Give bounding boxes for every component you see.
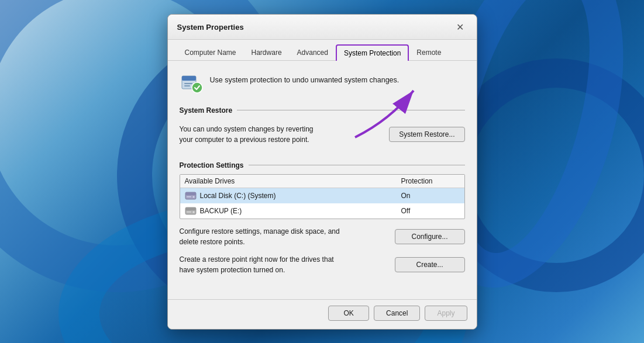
col-available-drives: Available Drives xyxy=(185,177,401,185)
restore-row: You can undo system changes by reverting… xyxy=(180,119,465,150)
create-button[interactable]: Create... xyxy=(395,257,465,272)
cancel-button[interactable]: Cancel xyxy=(374,306,420,321)
header-row: Use system protection to undo unwanted s… xyxy=(180,70,465,95)
protection-settings-title: Protection Settings xyxy=(180,161,465,169)
svg-point-11 xyxy=(192,211,195,213)
drive-row-c[interactable]: Local Disk (C:) (System) On xyxy=(180,188,464,203)
create-row: Create a restore point right now for the… xyxy=(180,254,465,275)
system-restore-section: System Restore You can undo system chang… xyxy=(180,106,465,150)
restore-description: You can undo system changes by reverting… xyxy=(180,124,380,145)
apply-button[interactable]: Apply xyxy=(425,306,467,321)
dialog-footer: OK Cancel Apply xyxy=(168,299,477,329)
col-protection: Protection xyxy=(401,177,460,185)
svg-point-7 xyxy=(192,196,195,198)
protection-settings-section: Protection Settings Available Drives Pro… xyxy=(180,161,465,275)
configure-button[interactable]: Configure... xyxy=(395,229,465,244)
tab-computer-name[interactable]: Computer Name xyxy=(177,44,244,61)
tab-system-protection[interactable]: System Protection xyxy=(336,44,409,61)
tab-hardware[interactable]: Hardware xyxy=(244,44,290,61)
configure-description: Configure restore settings, manage disk … xyxy=(180,226,385,247)
tab-advanced[interactable]: Advanced xyxy=(290,44,336,61)
drives-table: Available Drives Protection L xyxy=(180,174,465,219)
drive-c-status: On xyxy=(401,192,460,200)
dialog-overlay: System Properties ✕ Computer Name Hardwa… xyxy=(0,0,644,343)
svg-rect-12 xyxy=(187,212,191,213)
header-description: Use system protection to undo unwanted s… xyxy=(210,70,400,86)
svg-point-2 xyxy=(192,82,202,93)
title-bar: System Properties ✕ xyxy=(168,15,477,40)
system-properties-dialog: System Properties ✕ Computer Name Hardwa… xyxy=(167,14,477,330)
drives-table-header: Available Drives Protection xyxy=(180,175,464,188)
tab-remote[interactable]: Remote xyxy=(409,44,449,61)
drive-e-status: Off xyxy=(401,207,460,215)
svg-rect-1 xyxy=(182,76,196,81)
dialog-body: Use system protection to undo unwanted s… xyxy=(168,61,477,299)
drive-c-name: Local Disk (C:) (System) xyxy=(185,191,401,200)
svg-rect-10 xyxy=(185,207,196,210)
create-description: Create a restore point right now for the… xyxy=(180,254,385,275)
hdd-icon-e xyxy=(185,206,197,216)
system-restore-title: System Restore xyxy=(180,106,465,115)
ok-button[interactable]: OK xyxy=(328,306,369,321)
tabs-area: Computer Name Hardware Advanced System P… xyxy=(168,40,477,61)
shield-restore-icon xyxy=(180,71,203,95)
svg-rect-6 xyxy=(185,192,196,195)
configure-row: Configure restore settings, manage disk … xyxy=(180,226,465,247)
system-restore-button[interactable]: System Restore... xyxy=(389,127,464,142)
drive-e-name: BACKUP (E:) xyxy=(185,206,401,216)
svg-rect-3 xyxy=(184,83,192,84)
hdd-icon-c xyxy=(185,191,197,200)
svg-rect-8 xyxy=(187,196,191,198)
drive-row-e[interactable]: BACKUP (E:) Off xyxy=(180,203,464,219)
svg-rect-4 xyxy=(184,85,190,86)
close-button[interactable]: ✕ xyxy=(453,20,467,34)
dialog-title: System Properties xyxy=(177,23,244,32)
